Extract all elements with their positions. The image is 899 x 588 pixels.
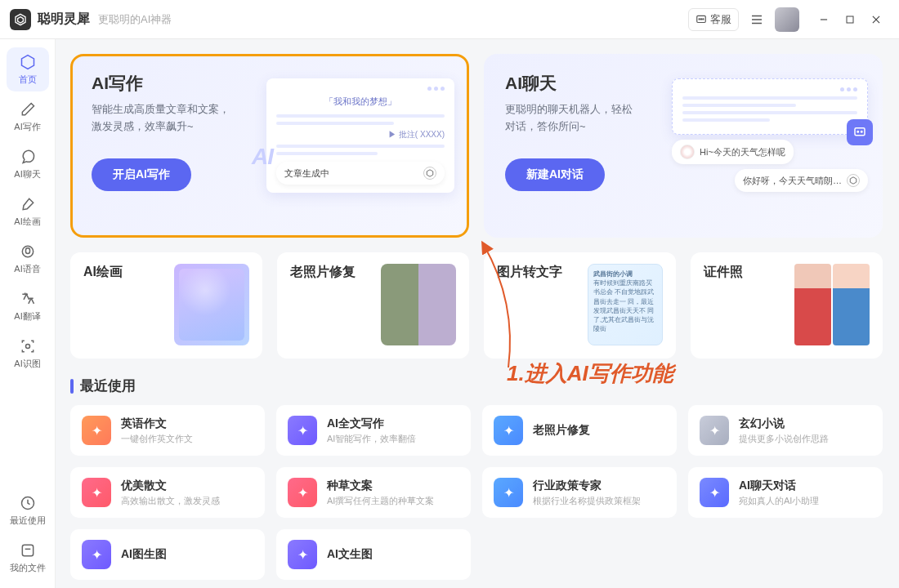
recent-item-title: AI图生图 bbox=[121, 547, 167, 562]
translate-icon bbox=[19, 290, 37, 308]
recent-item-icon: ✦ bbox=[700, 478, 729, 507]
customer-service-button[interactable]: 客服 bbox=[688, 8, 739, 31]
recent-item-icon: ✦ bbox=[288, 416, 317, 445]
feature-card-restore[interactable]: 老照片修复 bbox=[277, 252, 469, 359]
recent-item-icon: ✦ bbox=[82, 416, 111, 445]
minimize-icon bbox=[818, 14, 830, 25]
window-maximize-button[interactable] bbox=[837, 7, 863, 33]
idphoto-thumb bbox=[794, 264, 870, 345]
recent-item-title: 英语作文 bbox=[121, 416, 193, 431]
recent-item-icon: ✦ bbox=[494, 478, 523, 507]
brand-slogan: 更聪明的AI神器 bbox=[98, 12, 172, 27]
chat-icon bbox=[19, 148, 37, 166]
chat-bot-icon bbox=[847, 119, 873, 145]
recent-item-title: 老照片修复 bbox=[533, 423, 590, 438]
recent-item[interactable]: ✦ 优美散文 高效输出散文，激发灵感 bbox=[70, 467, 265, 518]
recent-item-icon: ✦ bbox=[700, 416, 729, 445]
recent-item-icon: ✦ bbox=[82, 478, 111, 507]
recent-item-title: 玄幻小说 bbox=[739, 416, 829, 431]
feature-card-ocr[interactable]: 图片转文字 武昌街的小调有时候到重庆南路买书总会 不自觉地踩武昌街去走一 回，最… bbox=[484, 252, 676, 359]
window-minimize-button[interactable] bbox=[811, 7, 837, 33]
svg-point-21 bbox=[861, 131, 863, 133]
sidebar-item-chat[interactable]: AI聊天 bbox=[7, 142, 49, 186]
recent-item-title: 种草文案 bbox=[327, 479, 434, 493]
svg-marker-18 bbox=[427, 170, 433, 176]
history-icon bbox=[19, 494, 37, 512]
new-ai-chat-button[interactable]: 新建AI对话 bbox=[505, 158, 605, 191]
recent-item-sub: 一键创作英文作文 bbox=[121, 433, 193, 445]
recent-item[interactable]: ✦ 英语作文 一键创作英文作文 bbox=[70, 405, 265, 456]
sidebar-item-write[interactable]: AI写作 bbox=[7, 95, 49, 139]
svg-rect-10 bbox=[847, 16, 853, 23]
brand-name: 聪明灵犀 bbox=[38, 11, 90, 28]
voice-icon bbox=[19, 243, 37, 261]
recent-item-title: AI全文写作 bbox=[327, 416, 416, 431]
hamburger-menu-button[interactable] bbox=[745, 8, 768, 31]
photo-thumb bbox=[381, 264, 456, 345]
brush-icon bbox=[19, 195, 37, 213]
recent-item[interactable]: ✦ AI聊天对话 宛如真人的AI小助理 bbox=[688, 467, 883, 518]
recent-item-icon: ✦ bbox=[288, 540, 317, 569]
svg-point-15 bbox=[25, 345, 29, 349]
recent-item[interactable]: ✦ AI全文写作 AI智能写作，效率翻倍 bbox=[276, 405, 471, 456]
recent-item-icon: ✦ bbox=[288, 478, 317, 507]
recent-item-title: AI聊天对话 bbox=[739, 479, 819, 493]
feature-card-paint[interactable]: AI绘画 bbox=[70, 252, 262, 359]
feature-card-idphoto[interactable]: 证件照 bbox=[691, 252, 883, 359]
recent-item[interactable]: ✦ 玄幻小说 提供更多小说创作思路 bbox=[688, 405, 883, 456]
recent-item-sub: 根据行业名称提供政策框架 bbox=[533, 495, 641, 507]
svg-rect-19 bbox=[855, 128, 865, 136]
hero-write-preview: 「我和我的梦想」 ▶ 批注( XXXX) 文章生成中 AI bbox=[266, 78, 454, 193]
start-ai-write-button[interactable]: 开启AI写作 bbox=[92, 158, 191, 191]
sidebar-item-paint[interactable]: AI绘画 bbox=[7, 189, 49, 234]
pen-icon bbox=[19, 100, 37, 118]
scan-icon bbox=[19, 337, 37, 355]
recent-item-sub: 提供更多小说创作思路 bbox=[739, 433, 829, 445]
sidebar-item-files[interactable]: 我的文件 bbox=[7, 536, 49, 580]
sidebar-item-voice[interactable]: AI语音 bbox=[7, 237, 49, 281]
svg-marker-1 bbox=[18, 16, 24, 22]
recent-item-sub: AI撰写任何主题的种草文案 bbox=[327, 495, 434, 507]
app-logo-icon bbox=[10, 9, 31, 30]
maximize-icon bbox=[845, 15, 855, 24]
svg-point-20 bbox=[857, 131, 859, 133]
sidebar-item-translate[interactable]: AI翻译 bbox=[7, 284, 49, 328]
close-icon bbox=[870, 14, 882, 25]
menu-icon bbox=[749, 12, 764, 27]
svg-marker-13 bbox=[21, 56, 34, 69]
recent-item[interactable]: ✦ 行业政策专家 根据行业名称提供政策框架 bbox=[482, 467, 677, 518]
main-content: AI写作 智能生成高质量文章和文案，激发灵感，效率飙升~ 开启AI写作 「我和我… bbox=[56, 39, 899, 588]
paint-thumb bbox=[174, 264, 249, 345]
sidebar-item-scan[interactable]: AI识图 bbox=[7, 332, 49, 376]
window-close-button[interactable] bbox=[863, 7, 889, 33]
recent-item-title: AI文生图 bbox=[327, 547, 373, 562]
hero-chat-desc: 更聪明的聊天机器人，轻松对话，答你所问~ bbox=[505, 101, 677, 136]
recent-item-title: 行业政策专家 bbox=[533, 479, 641, 493]
sidebar-item-home[interactable]: 首页 bbox=[7, 47, 49, 91]
recent-item[interactable]: ✦ AI图生图 bbox=[70, 529, 265, 580]
recent-item[interactable]: ✦ 种草文案 AI撰写任何主题的种草文案 bbox=[276, 467, 471, 518]
sidebar-item-recent[interactable]: 最近使用 bbox=[7, 488, 49, 532]
svg-marker-22 bbox=[850, 177, 857, 184]
titlebar: 聪明灵犀 更聪明的AI神器 客服 bbox=[0, 0, 899, 39]
svg-point-5 bbox=[703, 18, 704, 19]
customer-service-label: 客服 bbox=[710, 12, 731, 27]
svg-point-4 bbox=[700, 18, 701, 19]
recent-item-title: 优美散文 bbox=[121, 479, 220, 493]
recent-item-sub: AI智能写作，效率翻倍 bbox=[327, 433, 416, 445]
hero-card-ai-write[interactable]: AI写作 智能生成高质量文章和文案，激发灵感，效率飙升~ 开启AI写作 「我和我… bbox=[70, 54, 469, 238]
hero-chat-preview: Hi~今天的天气怎样呢 你好呀，今天天气晴朗… bbox=[672, 78, 868, 192]
hero-card-ai-chat[interactable]: AI聊天 更聪明的聊天机器人，轻松对话，答你所问~ 新建AI对话 Hi~今天的天… bbox=[484, 54, 883, 238]
recent-item[interactable]: ✦ AI文生图 bbox=[276, 529, 471, 580]
sidebar: 首页 AI写作 AI聊天 AI绘画 AI语音 AI翻译 AI识图 最 bbox=[0, 39, 56, 588]
folder-icon bbox=[19, 541, 37, 559]
recent-section-title: 最近使用 bbox=[70, 376, 883, 395]
svg-point-3 bbox=[699, 18, 700, 19]
recent-item[interactable]: ✦ 老照片修复 bbox=[482, 405, 677, 456]
svg-rect-17 bbox=[22, 545, 33, 555]
user-avatar[interactable] bbox=[775, 7, 799, 32]
home-icon bbox=[19, 53, 37, 71]
chat-bubble-icon bbox=[695, 14, 707, 25]
recent-item-sub: 高效输出散文，激发灵感 bbox=[121, 495, 220, 507]
recent-item-sub: 宛如真人的AI小助理 bbox=[739, 495, 819, 507]
